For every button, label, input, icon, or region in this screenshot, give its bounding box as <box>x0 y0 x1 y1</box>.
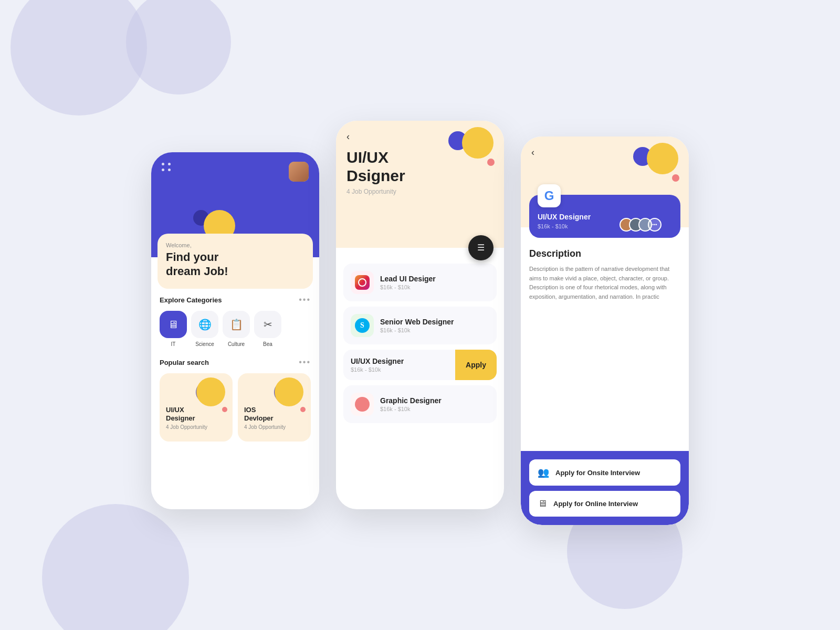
category-item-it[interactable]: 🖥 IT <box>160 311 187 347</box>
scene: Welcome, Find your dream Job! Explore Ca… <box>0 0 840 630</box>
job-opportunity-count: 4 Job Opportunity <box>346 188 494 195</box>
job-card-lead-ui[interactable]: Lead UI Desiger $16k - $10k <box>343 264 497 301</box>
job-info-graphic: Graphic Designer $16k - $10k <box>380 396 442 412</box>
online-icon: 🖥 <box>538 498 547 509</box>
popular-card-uiux[interactable]: UI/UXDesigner 4 Job Opportunity <box>160 373 233 442</box>
google-logo-icon: G <box>544 188 554 203</box>
job-title-graphic: Graphic Designer <box>380 396 442 405</box>
phone1-header: Welcome, Find your dream Job! <box>151 152 319 257</box>
job-salary-lead: $16k - $10k <box>380 284 436 290</box>
apply-online-label: Apply for Online Interview <box>553 500 638 508</box>
pop-card-deco-pink-2 <box>300 407 306 412</box>
job-info-lead: Lead UI Desiger $16k - $10k <box>380 275 436 290</box>
apply-button[interactable]: Apply <box>455 350 497 380</box>
job-title-featured: UI/UX Designer <box>351 357 448 365</box>
p2-deco-yellow <box>462 127 494 159</box>
popular-more-icon[interactable]: ••• <box>299 358 311 367</box>
phone3-header: ‹ G UI/UX Designer $16k - $10k ••• <box>521 136 689 227</box>
pop-card-sub-1: 4 Job Opportunity <box>166 424 226 430</box>
description-text: Description is the pattern of narrative … <box>529 265 680 301</box>
job-card-senior-web[interactable]: S Senior Web Designer $16k - $10k <box>343 307 497 344</box>
featured-left: UI/UX Designer $16k - $10k <box>343 350 455 380</box>
categories-label: Explore Categories <box>160 296 222 304</box>
categories-section-header: Explore Categories ••• <box>160 295 311 304</box>
apply-online-button[interactable]: 🖥 Apply for Online Interview <box>529 491 680 517</box>
p3-deco-yellow <box>647 143 678 174</box>
category-label-it: IT <box>171 341 176 347</box>
popular-label: Popular search <box>160 359 209 366</box>
phone-home: Welcome, Find your dream Job! Explore Ca… <box>151 152 319 509</box>
instagram-icon <box>355 275 370 290</box>
job-icon-instagram <box>351 271 374 294</box>
apply-onsite-button[interactable]: 👥 Apply for Onsite Interview <box>529 459 680 486</box>
pop-card-deco-yellow-1 <box>196 377 225 406</box>
popular-cards-row: UI/UXDesigner 4 Job Opportunity IOSDevlo… <box>160 373 311 442</box>
bg-deco-circle-tr <box>126 0 231 94</box>
job-card-graphic[interactable]: Graphic Designer $16k - $10k <box>343 385 497 423</box>
onsite-icon: 👥 <box>538 467 549 478</box>
p3-deco-pink <box>672 174 679 182</box>
p2-deco-pink <box>487 159 495 166</box>
tagline-line1: Find your <box>166 250 218 264</box>
phone2-body: Lead UI Desiger $16k - $10k S Senior Web… <box>336 248 504 430</box>
category-label-bea: Bea <box>263 341 272 347</box>
phone1-body: Explore Categories ••• 🖥 IT 🌐 Science 📋 … <box>151 257 319 509</box>
avatar[interactable] <box>289 162 309 182</box>
category-icon-it: 🖥 <box>160 311 187 338</box>
phone2-header: ‹ UI/UX Dsigner 4 Job Opportunity ☰ <box>336 121 504 248</box>
categories-more-icon[interactable]: ••• <box>299 295 311 304</box>
tagline: Find your dream Job! <box>166 250 304 278</box>
phone-job-list: ‹ UI/UX Dsigner 4 Job Opportunity ☰ Lead… <box>336 121 504 509</box>
google-job-card: G UI/UX Designer $16k - $10k ••• <box>529 195 680 238</box>
job-icon-graphic <box>351 393 374 416</box>
job-salary-senior: $16k - $10k <box>380 327 454 333</box>
applicants-avatars: ••• <box>620 218 662 232</box>
job-icon-skype: S <box>351 314 374 337</box>
category-item-culture[interactable]: 📋 Culture <box>223 311 250 347</box>
skype-icon: S <box>355 318 370 333</box>
job-salary-featured: $16k - $10k <box>351 366 448 373</box>
welcome-box: Welcome, Find your dream Job! <box>158 234 313 289</box>
google-logo-wrap: G <box>538 184 561 207</box>
category-icon-science: 🌐 <box>191 311 218 338</box>
category-label-culture: Culture <box>228 341 245 347</box>
category-item-science[interactable]: 🌐 Science <box>191 311 218 347</box>
apply-buttons-section: 👥 Apply for Onsite Interview 🖥 Apply for… <box>521 451 689 525</box>
tagline-line2: dream Job! <box>166 265 228 278</box>
category-item-bea[interactable]: ✂ Bea <box>254 311 281 347</box>
apply-onsite-label: Apply for Onsite Interview <box>555 469 640 477</box>
phone1-menu-dots[interactable] <box>162 163 171 171</box>
pop-card-title-2: IOSDevloper <box>244 406 304 422</box>
menu-fab-button[interactable]: ☰ <box>468 235 494 260</box>
popular-card-ios[interactable]: IOSDevloper 4 Job Opportunity <box>238 373 311 442</box>
job-salary-graphic: $16k - $10k <box>380 406 442 412</box>
job-title-lead: Lead UI Desiger <box>380 275 436 283</box>
avatar-more: ••• <box>648 218 662 232</box>
pop-card-title-1: UI/UXDesigner <box>166 406 226 422</box>
phone-job-detail: ‹ G UI/UX Designer $16k - $10k ••• <box>521 136 689 525</box>
bg-deco-circle-bl <box>42 504 189 630</box>
pop-card-sub-2: 4 Job Opportunity <box>244 424 304 430</box>
avatar-more-icon: ••• <box>652 222 657 227</box>
job-title-senior: Senior Web Designer <box>380 318 454 326</box>
job-info-senior: Senior Web Designer $16k - $10k <box>380 318 454 333</box>
category-icon-culture: 📋 <box>223 311 250 338</box>
category-icon-bea: ✂ <box>254 311 281 338</box>
bg-deco-circle-tl <box>10 0 147 116</box>
popular-section-header: Popular search ••• <box>160 358 311 367</box>
description-title: Description <box>529 248 680 259</box>
menu-fab-icon: ☰ <box>477 244 485 252</box>
pop-card-deco-yellow-2 <box>275 377 303 406</box>
pop-card-deco-pink-1 <box>222 407 227 412</box>
categories-row: 🖥 IT 🌐 Science 📋 Culture ✂ Bea <box>160 311 311 347</box>
job-card-featured-uiux[interactable]: UI/UX Designer $16k - $10k Apply <box>343 350 497 380</box>
category-label-science: Science <box>195 341 214 347</box>
graphic-icon-circle <box>355 397 370 412</box>
welcome-label: Welcome, <box>166 242 304 248</box>
